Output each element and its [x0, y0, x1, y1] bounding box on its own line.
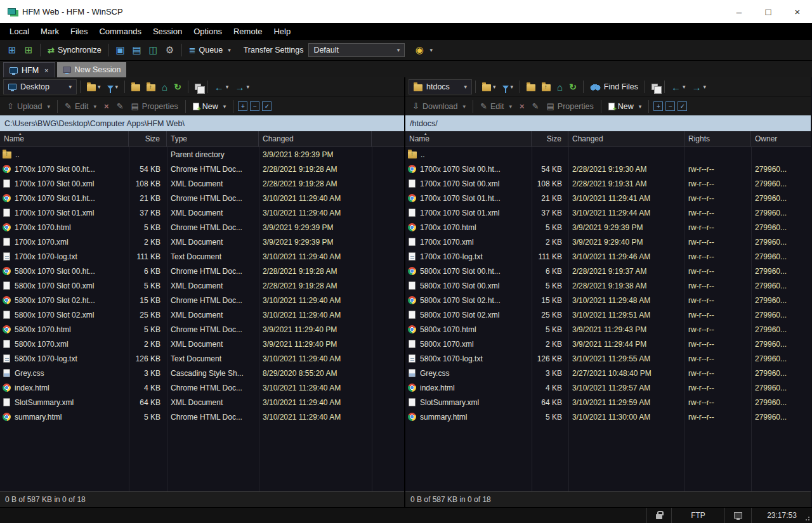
- session-color-button[interactable]: ◉: [411, 42, 428, 58]
- column-header-size[interactable]: Size: [129, 131, 167, 146]
- queue-button[interactable]: ≣ Queue ▾: [185, 42, 235, 58]
- open-folder-button[interactable]: [128, 79, 143, 94]
- table-row[interactable]: 1700x 1070 Slot 00.ht...54 KBChrome HTML…: [0, 162, 404, 176]
- column-header-type[interactable]: Type: [167, 131, 259, 146]
- table-row[interactable]: SlotSummary.xml64 KBXML Document3/10/202…: [0, 395, 404, 410]
- rename-button[interactable]: ✎: [113, 99, 128, 114]
- refresh-button[interactable]: ↻: [566, 79, 580, 94]
- table-row[interactable]: 5800x 1070.html5 KB3/9/2021 11:29:43 PMr…: [405, 322, 811, 337]
- new-button[interactable]: New ▾: [189, 99, 230, 114]
- right-directory-selector[interactable]: htdocs ▾: [409, 79, 472, 94]
- connection-status[interactable]: [724, 508, 751, 523]
- copy-path-button[interactable]: [192, 79, 204, 94]
- column-header-owner[interactable]: Owner: [751, 131, 811, 146]
- table-row[interactable]: ..Parent directory3/9/2021 8:29:39 PM: [0, 147, 404, 162]
- tab-hfm[interactable]: HFM ×: [3, 62, 55, 77]
- table-row[interactable]: summary.html5 KBChrome HTML Doc...3/10/2…: [0, 410, 404, 424]
- column-header-rights[interactable]: Rights: [684, 131, 751, 146]
- table-row[interactable]: 1700x 1070.html5 KB3/9/2021 9:29:39 PMrw…: [405, 220, 811, 235]
- table-row[interactable]: 5800x 1070.html5 KBChrome HTML Doc...3/9…: [0, 322, 404, 337]
- download-button[interactable]: ⇩ Download ▾: [409, 99, 469, 114]
- tab-new-session[interactable]: New Session: [57, 62, 127, 77]
- security-status[interactable]: [646, 508, 671, 523]
- table-row[interactable]: 5800x 1070 Slot 00.ht...6 KBChrome HTML …: [0, 264, 404, 278]
- panels-button[interactable]: ◫: [145, 42, 162, 58]
- maximize-button[interactable]: □: [754, 0, 783, 23]
- back-button[interactable]: ← ▾: [211, 79, 232, 94]
- menu-local[interactable]: Local: [4, 23, 35, 40]
- copy-path-button[interactable]: [648, 79, 661, 94]
- table-row[interactable]: 1700x 1070-log.txt111 KB3/10/2021 11:29:…: [405, 249, 811, 264]
- refresh-button[interactable]: ↻: [171, 79, 185, 94]
- table-row[interactable]: summary.html5 KB3/10/2021 11:30:00 AMrw-…: [405, 410, 811, 424]
- console-button[interactable]: ▣: [112, 42, 129, 58]
- column-header-changed[interactable]: Changed: [259, 131, 372, 146]
- column-header-name[interactable]: Name ▴: [405, 131, 532, 146]
- forward-button[interactable]: → ▾: [232, 79, 252, 94]
- select-invert-button[interactable]: ✓: [678, 101, 687, 111]
- commands-button[interactable]: ▤: [129, 42, 145, 58]
- left-directory-selector[interactable]: Desktop ▾: [3, 79, 77, 94]
- select-invert-button[interactable]: ✓: [262, 101, 272, 111]
- table-row[interactable]: 1700x 1070 Slot 01.ht...21 KB3/10/2021 1…: [405, 191, 811, 205]
- table-row[interactable]: Grey.css3 KBCascading Style Sh...8/29/20…: [0, 366, 404, 380]
- menu-files[interactable]: Files: [65, 23, 93, 40]
- edit-button[interactable]: ✎ Edit ▾: [476, 99, 516, 114]
- select-remove-button[interactable]: −: [665, 101, 675, 111]
- delete-button[interactable]: ×: [516, 99, 528, 114]
- preferences-button[interactable]: ⚙: [162, 42, 178, 58]
- select-add-button[interactable]: +: [238, 101, 247, 111]
- table-row[interactable]: 1700x 1070 Slot 00.xml108 KB2/28/2021 9:…: [405, 176, 811, 191]
- column-header-size[interactable]: Size: [532, 131, 568, 146]
- home-button[interactable]: ⌂: [159, 79, 171, 94]
- filter-button[interactable]: ▾: [104, 79, 122, 94]
- table-row[interactable]: 5800x 1070-log.txt126 KB3/10/2021 11:29:…: [405, 351, 811, 366]
- table-row[interactable]: 5800x 1070.xml2 KBXML Document3/9/2021 1…: [0, 337, 404, 351]
- table-row[interactable]: 5800x 1070 Slot 02.xml25 KB3/10/2021 11:…: [405, 307, 811, 322]
- column-header-name[interactable]: Name ▴: [0, 131, 129, 146]
- table-row[interactable]: SlotSummary.xml64 KB3/10/2021 11:29:59 A…: [405, 395, 811, 410]
- forward-button[interactable]: → ▾: [689, 79, 710, 94]
- close-button[interactable]: ×: [783, 0, 812, 23]
- parent-directory-button[interactable]: [143, 79, 159, 94]
- table-row[interactable]: 5800x 1070 Slot 00.xml5 KB2/28/2021 9:19…: [405, 278, 811, 293]
- right-path-bar[interactable]: /htdocs/: [405, 115, 811, 131]
- upload-button[interactable]: ⇧ Upload ▾: [3, 99, 54, 114]
- table-row[interactable]: 5800x 1070-log.txt126 KBText Document3/1…: [0, 351, 404, 366]
- minimize-button[interactable]: –: [724, 0, 754, 23]
- table-row[interactable]: 5800x 1070.xml2 KB3/9/2021 11:29:44 PMrw…: [405, 337, 811, 351]
- table-row[interactable]: 5800x 1070 Slot 00.xml5 KBXML Document2/…: [0, 278, 404, 293]
- select-remove-button[interactable]: −: [250, 101, 259, 111]
- open-directory-button[interactable]: ▾: [84, 79, 104, 94]
- menu-commands[interactable]: Commands: [93, 23, 147, 40]
- menu-mark[interactable]: Mark: [35, 23, 65, 40]
- protocol-status[interactable]: FTP: [671, 508, 724, 523]
- delete-button[interactable]: ×: [100, 99, 113, 114]
- filter-button[interactable]: ▾: [499, 79, 517, 94]
- table-row[interactable]: 1700x 1070 Slot 00.ht...54 KB2/28/2021 9…: [405, 162, 811, 176]
- transfer-settings-select[interactable]: Default ▾: [308, 43, 405, 57]
- properties-button[interactable]: ▤ Properties: [128, 99, 182, 114]
- table-row[interactable]: 1700x 1070 Slot 01.xml37 KB3/10/2021 11:…: [405, 205, 811, 220]
- parent-directory-button[interactable]: [539, 79, 554, 94]
- synchronize-button[interactable]: ⇄ Synchronize: [44, 42, 105, 58]
- table-row[interactable]: 1700x 1070.xml2 KB3/9/2021 9:29:40 PMrw-…: [405, 235, 811, 249]
- menu-help[interactable]: Help: [268, 23, 296, 40]
- menu-options[interactable]: Options: [188, 23, 228, 40]
- properties-button[interactable]: ▤ Properties: [543, 99, 598, 114]
- new-session-button[interactable]: ⊞: [4, 42, 20, 58]
- table-row[interactable]: 1700x 1070.xml2 KBXML Document3/9/2021 9…: [0, 235, 404, 249]
- menu-remote[interactable]: Remote: [228, 23, 268, 40]
- column-header-changed[interactable]: Changed: [568, 131, 684, 146]
- table-row[interactable]: Grey.css3 KB2/27/2021 10:48:40 PMrw-r--r…: [405, 366, 811, 380]
- left-path-bar[interactable]: C:\Users\BWG\Desktop\Computer Apps\HFM W…: [0, 115, 404, 131]
- tab-close-icon[interactable]: ×: [44, 67, 48, 74]
- table-row[interactable]: index.html4 KBChrome HTML Doc...3/10/202…: [0, 380, 404, 395]
- rename-button[interactable]: ✎: [528, 99, 543, 114]
- table-row[interactable]: 1700x 1070 Slot 01.xml37 KBXML Document3…: [0, 205, 404, 220]
- back-button[interactable]: ← ▾: [668, 79, 689, 94]
- table-row[interactable]: 1700x 1070.html5 KBChrome HTML Doc...3/9…: [0, 220, 404, 235]
- open-directory-button[interactable]: ▾: [479, 79, 499, 94]
- find-files-button[interactable]: Find Files: [587, 79, 641, 94]
- table-row[interactable]: 5800x 1070 Slot 02.ht...15 KB3/10/2021 1…: [405, 293, 811, 307]
